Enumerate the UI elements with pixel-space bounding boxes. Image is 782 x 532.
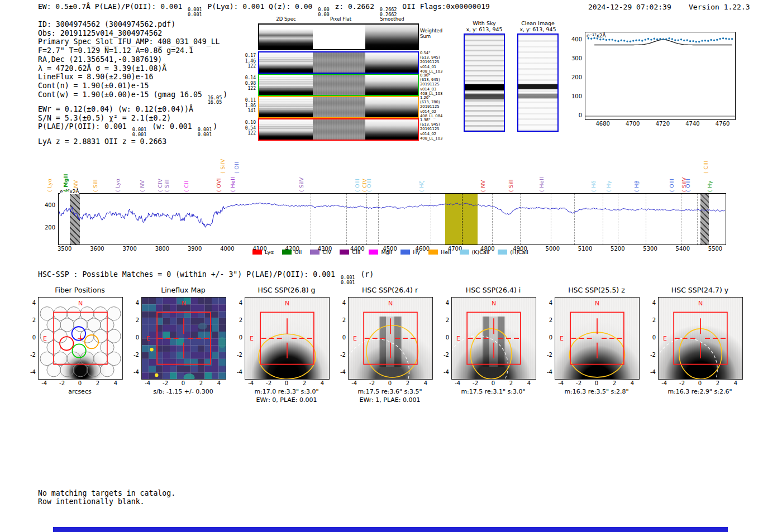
spectrum-x-tick-label: 5000	[540, 246, 565, 252]
panel-y-tick-label: 2	[26, 317, 36, 323]
panel-y-tick-label: 0	[129, 334, 139, 341]
panel-x-tick-label: 2	[504, 380, 518, 386]
text-segment: F=2.7" T=0.129	[38, 46, 104, 55]
svg-text:E: E	[353, 335, 357, 342]
clean-image-cutout	[517, 33, 559, 132]
spectrum-y-tick-label: 200	[39, 224, 55, 231]
inset-x-tick-label: 4700	[621, 121, 645, 127]
panel-y-tick-label: 0	[336, 334, 346, 341]
row-smoothed-image	[365, 119, 418, 140]
frac-part: 0.001	[188, 12, 202, 17]
text-segment: z: 0.2662	[331, 2, 379, 11]
panel-y-tick-label: -4	[26, 369, 36, 375]
text-segment: ID: 3004974562 (3004974562.pdf)	[38, 20, 175, 28]
inset-y-tick-label: 100	[565, 93, 582, 99]
legend-swatch	[282, 250, 292, 255]
legend-swatch	[460, 250, 469, 255]
panel-title: HSC SSP(26.8) g	[239, 286, 334, 294]
row-pixelflat-image	[313, 75, 365, 95]
frac-part: 0.001	[341, 280, 355, 285]
panel-x-tick-label: 0	[176, 380, 190, 386]
panel-x-tick-label: 4	[212, 380, 226, 386]
inset-x-tick-label: 4720	[650, 121, 675, 127]
legend-item: MgII	[369, 249, 392, 255]
row-smoothed-image	[365, 97, 418, 117]
svg-text:N: N	[595, 300, 599, 307]
frac-part: 16.05	[208, 100, 222, 105]
row-right-value: 20191125	[420, 60, 454, 64]
emission-line-label: ( NV	[73, 180, 79, 192]
row-left-value: 1.86	[241, 103, 256, 109]
panel-x-tick-label: 4	[625, 380, 640, 386]
emission-line-label: ( NV	[480, 180, 486, 192]
svg-text:N: N	[285, 300, 289, 307]
emission-line-label: ( HeII	[230, 177, 236, 192]
text-segment: (w: 0.001	[147, 122, 196, 131]
row-smoothed-image	[365, 75, 418, 95]
inset-x-tick-label: 4760	[711, 121, 735, 127]
detection-info-line: Primary Spec_Slot_IFU_AMP: 408_031_049_L…	[38, 37, 227, 46]
inset-y-tick-label: 0	[565, 112, 582, 118]
text-segment: λ = 4720.62Å σ = 3.39(±1.08)Å	[38, 64, 166, 73]
panel-x-tick-label: 0	[383, 380, 397, 386]
inset-y-tick-label: 200	[565, 74, 582, 80]
weighted-smoothed-image	[365, 25, 418, 49]
panel-x-tick-label: -4	[140, 380, 155, 386]
spec2d-row	[258, 96, 419, 118]
emission-line-label: ( CII	[183, 181, 189, 192]
spec2d-row-left-label: 0.171.46122	[241, 53, 256, 69]
detection-info-line: P(LAE)/P(OII): 0.001 0.0010.001 (w: 0.00…	[38, 122, 227, 137]
legend-label: MgII	[381, 249, 392, 255]
svg-text:N: N	[182, 300, 186, 307]
full-spectrum-plot	[58, 193, 726, 245]
row-right-value: 0.54"	[420, 51, 454, 55]
emission-line-label: ( OIII	[685, 179, 691, 192]
spectrum-trace	[59, 194, 726, 245]
emission-line-label: ( HeII	[538, 177, 545, 192]
panel-y-tick-label: 4	[232, 300, 242, 306]
row-right-value: (613, 945)	[420, 78, 454, 82]
emission-line-label: ( Lyα	[46, 178, 53, 192]
panel-y-tick-label: 4	[542, 300, 552, 306]
row-right-value: (613, 945)	[420, 122, 454, 127]
spec2d-row	[258, 51, 419, 74]
frac-part: 0.001	[198, 132, 212, 137]
clean-image-title: Clean Image x, y: 613, 945	[507, 20, 569, 32]
text-segment: LineFlux = 8.90(±2.90)e-16	[38, 73, 153, 81]
emission-line-label: ( SiIV	[220, 159, 226, 174]
panel-y-tick-label: 2	[129, 317, 139, 323]
row-pixelflat-image	[313, 97, 365, 117]
row-left-value: 122	[241, 64, 256, 69]
emission-line-label: ( MgII	[63, 174, 69, 192]
panel-caption: m:17.5 re:3.6" s:3.5"	[337, 388, 443, 395]
panel-y-tick-label: 0	[646, 334, 656, 341]
panel-x-tick-label: 0	[486, 380, 500, 386]
panel-x-tick-label: 2	[400, 380, 415, 386]
panel-caption: m:17.5 re:3.1" s:3.0"	[440, 388, 546, 395]
panel-title: HSC SSP(24.7) y	[652, 286, 747, 294]
row-2dspec-image	[259, 119, 313, 140]
panel-y-tick-label: 2	[646, 317, 656, 323]
row-right-value: 1.38"	[420, 118, 454, 122]
row-2dspec-image	[259, 52, 313, 73]
legend-label: CIV	[322, 249, 331, 255]
detection-info-line: Cont(w) = 1.90(±0.00)e-15 (gmag 16.05 16…	[38, 90, 227, 105]
panel-y-tick-label: -2	[542, 352, 552, 358]
text-segment: N	[104, 46, 109, 55]
panel-caption: arcsecs	[27, 388, 133, 395]
text-segment: 1	[189, 46, 193, 55]
detection-info-line: ID: 3004974562 (3004974562.pdf)	[38, 20, 227, 29]
panel-x-tick-label: -4	[37, 380, 51, 386]
spec2d-row-left-label: 0.100.54122	[241, 120, 256, 136]
panel-title: Lineflux Map	[136, 286, 231, 294]
panel-x-tick-label: 0	[589, 380, 604, 386]
panel-y-tick-label: -4	[129, 369, 139, 375]
spectrum-x-tick-label: 3700	[117, 246, 142, 252]
header-meta: 2024-12-29 07:02:39 Version 1.22.3	[588, 3, 750, 11]
spectrum-x-tick-label: 3900	[183, 246, 207, 252]
panel-x-tick-label: -4	[450, 380, 465, 386]
detection-info-line: RA,Dec (21.356541,-0.387619)	[38, 55, 227, 64]
stacked-uncertainty: 0.0010.001	[132, 127, 147, 137]
panel-y-tick-label: 2	[542, 317, 552, 323]
legend-item: HeII	[428, 249, 451, 255]
